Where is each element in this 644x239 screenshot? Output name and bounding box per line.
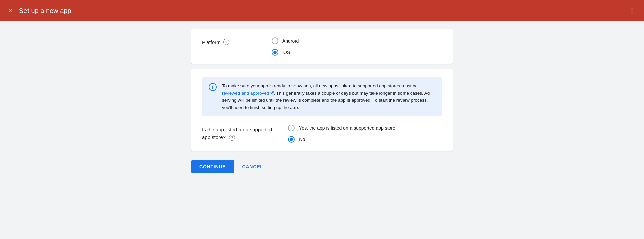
app-store-label-inner: Is the app listed on a supported app sto…: [202, 126, 272, 141]
app-store-radio-group: Yes, the app is listed on a supported ap…: [288, 125, 395, 143]
app-store-label: Is the app listed on a supported app sto…: [202, 125, 272, 141]
platform-ios-option[interactable]: iOS: [272, 49, 299, 56]
cancel-button[interactable]: CANCEL: [237, 160, 269, 173]
footer-actions: CONTINUE CANCEL: [191, 156, 453, 177]
no-label: No: [299, 137, 305, 142]
platform-label-text: Platform: [202, 39, 221, 45]
platform-label: Platform ?: [202, 37, 256, 45]
app-store-yes-option[interactable]: Yes, the app is listed on a supported ap…: [288, 125, 395, 131]
platform-row: Platform ? Android iOS: [202, 37, 442, 56]
no-radio[interactable]: [288, 136, 295, 143]
app-store-row: Is the app listed on a supported app sto…: [202, 125, 442, 143]
main-content: Platform ? Android iOS i To make sure yo…: [0, 21, 644, 239]
dialog-title: Set up a new app: [19, 7, 71, 15]
yes-radio[interactable]: [288, 125, 295, 131]
info-text: To make sure your app is ready to show a…: [222, 82, 435, 111]
platform-radio-group: Android iOS: [272, 37, 299, 56]
platform-help-icon[interactable]: ?: [223, 39, 229, 45]
android-radio[interactable]: [272, 37, 278, 44]
app-store-label-line2-wrapper: app store? ?: [202, 134, 235, 140]
app-store-card: i To make sure your app is ready to show…: [191, 69, 453, 151]
continue-button[interactable]: CONTINUE: [191, 160, 234, 173]
header-left: × Set up a new app: [8, 7, 71, 15]
ios-label: iOS: [282, 50, 290, 55]
app-store-label-line2: app store?: [202, 134, 226, 140]
close-button[interactable]: ×: [8, 7, 12, 14]
platform-android-option[interactable]: Android: [272, 37, 299, 44]
info-icon: i: [209, 83, 217, 91]
external-link-icon: [270, 91, 274, 95]
info-box: i To make sure your app is ready to show…: [202, 77, 442, 116]
reviewed-approved-link[interactable]: reviewed and approved: [222, 91, 269, 96]
yes-label: Yes, the app is listed on a supported ap…: [299, 125, 395, 131]
app-store-help-icon[interactable]: ?: [229, 135, 235, 141]
ios-radio[interactable]: [272, 49, 278, 56]
dialog-header: × Set up a new app ⋮: [0, 0, 644, 21]
app-store-label-line1: Is the app listed on a supported: [202, 127, 272, 132]
info-text-before: To make sure your app is ready to show a…: [222, 83, 418, 88]
app-store-no-option[interactable]: No: [288, 136, 395, 143]
app-store-label-text: Is the app listed on a supported app sto…: [202, 126, 272, 141]
platform-card: Platform ? Android iOS: [191, 29, 453, 64]
android-label: Android: [282, 38, 299, 44]
more-options-button[interactable]: ⋮: [628, 7, 636, 14]
